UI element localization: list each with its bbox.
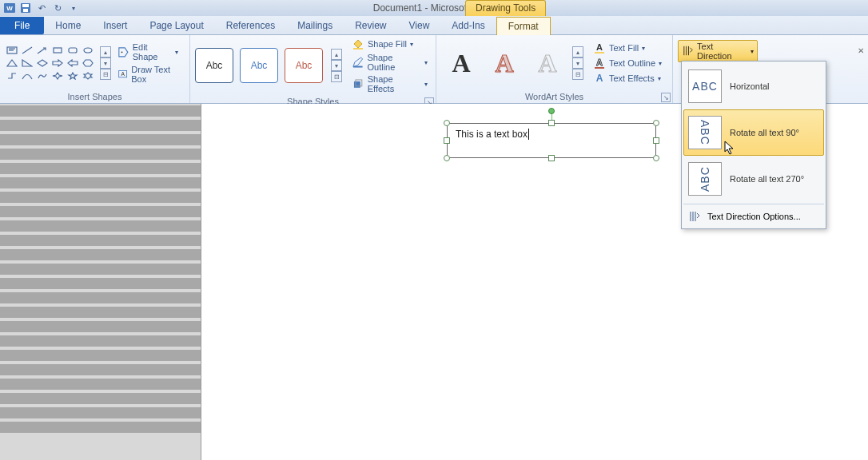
text-box-icon: A (117, 68, 128, 81)
shapes-gallery-more[interactable]: ▴ ▾ ⊟ (100, 46, 111, 80)
shape-freeform-icon[interactable] (35, 70, 50, 81)
tab-format[interactable]: Format (496, 17, 551, 35)
text-box-content[interactable]: This is a text box (448, 124, 655, 145)
shape-hexagon-icon[interactable] (81, 58, 95, 69)
text-outline-icon: A (593, 57, 606, 69)
options-icon (688, 210, 701, 223)
resize-handle-br[interactable] (653, 155, 659, 161)
svg-marker-21 (84, 73, 92, 79)
quick-access-toolbar: W ↶ ↻ ▾ (0, 0, 868, 16)
svg-marker-14 (22, 60, 32, 66)
group-insert-shapes: ▴ ▾ ⊟ Edit Shape ▾ A Draw Text Box Inser… (0, 35, 190, 103)
redo-icon[interactable]: ↻ (51, 2, 64, 14)
shape-fill-button[interactable]: Shape Fill▾ (348, 37, 431, 51)
shape-style-2[interactable]: Abc (240, 48, 278, 83)
shape-effects-button[interactable]: Shape Effects▾ (348, 73, 431, 94)
svg-rect-27 (353, 66, 363, 68)
paint-bucket-icon (352, 38, 364, 50)
resize-handle-ml[interactable] (444, 137, 450, 144)
rotate270-preview-icon: ABC (688, 162, 722, 196)
tab-addins[interactable]: Add-Ins (440, 17, 496, 34)
rotate-handle[interactable] (548, 108, 555, 114)
svg-rect-4 (23, 9, 28, 12)
wordart-more[interactable]: ▴ ▾ ⊟ (572, 46, 583, 80)
shape-lconn-icon[interactable] (5, 70, 19, 81)
effects-icon (352, 77, 364, 90)
shape-diamond-icon[interactable] (35, 58, 50, 69)
shape-rarrow-icon[interactable] (50, 58, 65, 69)
text-effects-button[interactable]: A Text Effects▾ (590, 71, 665, 85)
shapes-gallery[interactable] (5, 45, 95, 81)
wordart-style-2[interactable]: A (484, 46, 524, 81)
tab-insert[interactable]: Insert (92, 17, 138, 34)
svg-text:A: A (596, 42, 603, 52)
shape-ellipse-icon[interactable] (81, 45, 95, 56)
text-fill-button[interactable]: A Text Fill▾ (590, 41, 665, 55)
undo-icon[interactable]: ↶ (35, 2, 48, 14)
shape-rtriangle-icon[interactable] (20, 58, 34, 69)
dd-horizontal[interactable]: ABC Horizontal (683, 63, 824, 109)
text-direction-icon (682, 45, 694, 58)
tab-review[interactable]: Review (344, 17, 397, 34)
resize-handle-bl[interactable] (444, 155, 450, 161)
tab-page-layout[interactable]: Page Layout (138, 17, 214, 34)
shape-outline-button[interactable]: Shape Outline▾ (348, 52, 431, 73)
dd-rotate-90[interactable]: ABC Rotate all text 90° (683, 109, 824, 156)
tab-references[interactable]: References (215, 17, 286, 34)
svg-text:A: A (596, 58, 603, 67)
text-direction-button[interactable]: Text Direction ▾ (678, 40, 758, 62)
shape-roundrect-icon[interactable] (66, 45, 80, 56)
shape-style-more[interactable]: ▴ ▾ ⊟ (331, 49, 342, 82)
shape-arrow-icon[interactable] (35, 45, 50, 56)
resize-handle-tr[interactable] (653, 120, 659, 126)
svg-rect-3 (22, 4, 29, 7)
text-cursor (528, 129, 529, 140)
shape-style-3[interactable]: Abc (285, 48, 323, 83)
wordart-launcher[interactable]: ↘ (661, 93, 671, 102)
shape-curve-icon[interactable] (20, 70, 34, 81)
pen-icon (352, 56, 364, 69)
shape-style-1[interactable]: Abc (195, 48, 233, 83)
wordart-style-3[interactable]: A (528, 46, 567, 81)
text-outline-button[interactable]: A Text Outline▾ (590, 56, 665, 70)
group-label-insert-shapes: Insert Shapes (0, 91, 189, 103)
qat-more-icon[interactable]: ▾ (67, 2, 80, 14)
shape-star4-icon[interactable] (50, 70, 65, 81)
svg-text:W: W (6, 5, 13, 12)
tab-home[interactable]: Home (44, 17, 92, 34)
resize-handle-tl[interactable] (444, 120, 450, 126)
resize-handle-bm[interactable] (548, 155, 555, 161)
tab-mailings[interactable]: Mailings (286, 17, 344, 34)
draw-text-box-button[interactable]: A Draw Text Box (114, 64, 181, 85)
svg-rect-33 (595, 67, 604, 69)
svg-rect-28 (354, 81, 360, 88)
svg-rect-31 (595, 52, 604, 54)
shape-star6-icon[interactable] (81, 70, 95, 81)
dd-options[interactable]: Text Direction Options... (683, 206, 824, 227)
svg-point-23 (121, 51, 123, 53)
shape-rect-icon[interactable] (50, 45, 65, 56)
save-icon[interactable] (19, 2, 32, 14)
resize-handle-tm[interactable] (548, 120, 555, 126)
shape-triangle-icon[interactable] (5, 58, 19, 69)
edit-shape-button[interactable]: Edit Shape ▾ (114, 42, 181, 62)
shape-textbox-icon[interactable] (5, 45, 19, 56)
svg-line-9 (38, 48, 46, 54)
horizontal-preview-icon: ABC (688, 69, 722, 103)
shape-star5-icon[interactable] (66, 70, 80, 81)
shape-style-gallery[interactable]: Abc Abc Abc ▴ ▾ ⊟ (195, 48, 342, 83)
wordart-style-1[interactable]: A (441, 46, 481, 81)
wordart-gallery[interactable]: A A A ▴ ▾ ⊟ (441, 46, 583, 81)
shape-larrow-icon[interactable] (66, 58, 80, 69)
ribbon-collapse-icon[interactable]: ✕ (855, 45, 866, 56)
tab-view[interactable]: View (398, 17, 441, 34)
dd-rotate-270[interactable]: ABC Rotate all text 270° (683, 156, 824, 202)
ribbon-tabs: File Home Insert Page Layout References … (0, 16, 868, 35)
navigation-pane[interactable] (0, 104, 201, 460)
selected-text-box[interactable]: This is a text box (447, 123, 656, 158)
svg-marker-18 (83, 60, 93, 66)
resize-handle-mr[interactable] (653, 137, 659, 144)
shape-line-icon[interactable] (20, 45, 34, 56)
tab-file[interactable]: File (0, 17, 44, 34)
edit-shape-icon (117, 46, 129, 58)
